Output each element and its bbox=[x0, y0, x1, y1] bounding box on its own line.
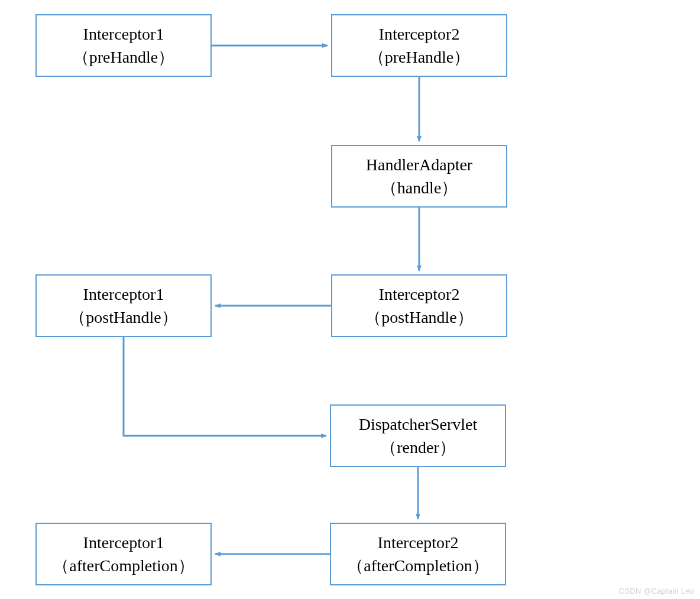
watermark-text: CSDN @Captain Leo bbox=[619, 587, 694, 595]
interceptor2-posthandle-box: Interceptor2 （postHandle） bbox=[331, 274, 507, 337]
box-title: Interceptor2 bbox=[378, 531, 459, 554]
box-title: DispatcherServlet bbox=[359, 413, 478, 436]
box-sub: （postHandle） bbox=[69, 306, 178, 329]
box-sub: （preHandle） bbox=[73, 46, 175, 69]
box-title: Interceptor1 bbox=[83, 22, 164, 46]
interceptor1-aftercompletion-box: Interceptor1 （afterCompletion） bbox=[35, 523, 212, 585]
box-sub: （postHandle） bbox=[365, 306, 474, 329]
box-sub: （preHandle） bbox=[368, 46, 471, 69]
interceptor1-prehandle-box: Interceptor1 （preHandle） bbox=[35, 14, 212, 77]
box-sub: （afterCompletion） bbox=[347, 554, 489, 577]
box-title: Interceptor1 bbox=[83, 531, 164, 554]
handler-adapter-box: HandlerAdapter （handle） bbox=[331, 145, 507, 208]
box-title: Interceptor2 bbox=[379, 283, 460, 306]
box-title: Interceptor2 bbox=[379, 22, 460, 46]
interceptor2-prehandle-box: Interceptor2 （preHandle） bbox=[331, 14, 507, 77]
box-sub: （render） bbox=[380, 436, 456, 459]
box-title: Interceptor1 bbox=[83, 283, 164, 306]
interceptor2-aftercompletion-box: Interceptor2 （afterCompletion） bbox=[330, 523, 506, 585]
box-title: HandlerAdapter bbox=[366, 153, 472, 176]
box-sub: （afterCompletion） bbox=[53, 554, 195, 577]
box-sub: （handle） bbox=[381, 176, 458, 199]
dispatcher-servlet-box: DispatcherServlet （render） bbox=[330, 404, 506, 467]
arrow-b5-b6 bbox=[124, 337, 326, 436]
interceptor1-posthandle-box: Interceptor1 （postHandle） bbox=[35, 274, 212, 337]
